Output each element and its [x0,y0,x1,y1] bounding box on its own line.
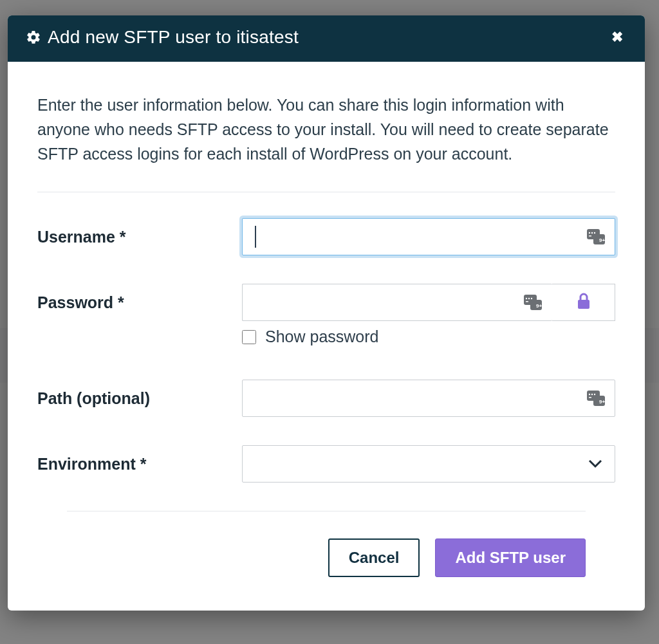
form-row-environment: Environment * [37,445,615,483]
password-label: Password * [37,293,242,312]
svg-point-4 [594,232,595,234]
close-icon[interactable]: ✖ [608,28,627,47]
show-password-row: Show password [242,327,615,346]
svg-rect-14 [578,300,589,309]
svg-point-18 [591,394,593,395]
svg-text:9+: 9+ [599,399,605,405]
svg-point-3 [591,232,593,234]
cancel-button[interactable]: Cancel [328,538,420,577]
modal-footer: Cancel Add SFTP user [67,511,586,611]
generate-password-button[interactable] [552,284,615,321]
password-manager-icon[interactable]: 9+ [524,295,542,310]
svg-rect-20 [589,397,591,398]
form-row-username: Username * 9+ [37,218,615,255]
path-input[interactable] [242,380,615,417]
modal-body: Enter the user information below. You ca… [8,62,645,511]
modal-title: Add new SFTP user to itisatest [48,27,299,48]
svg-rect-12 [526,301,528,302]
show-password-checkbox[interactable] [242,330,256,344]
lock-icon [576,293,591,312]
add-sftp-user-button[interactable]: Add SFTP user [435,538,586,577]
divider [37,192,615,192]
svg-point-2 [589,232,590,234]
svg-point-9 [526,298,527,299]
show-password-label[interactable]: Show password [265,327,378,346]
svg-point-17 [589,394,590,395]
form-row-password: Password * 9+ [37,284,615,321]
svg-text:9+: 9+ [536,303,542,309]
modal-intro-text: Enter the user information below. You ca… [37,93,615,166]
environment-select[interactable] [242,445,615,483]
path-label: Path (optional) [37,389,242,408]
form-row-path: Path (optional) 9+ [37,380,615,417]
modal-header: Add new SFTP user to itisatest ✖ [8,15,645,62]
username-label: Username * [37,228,242,246]
svg-point-19 [594,394,595,395]
svg-point-10 [528,298,530,299]
add-sftp-user-modal: Add new SFTP user to itisatest ✖ Enter t… [8,15,645,611]
gear-icon [26,30,41,45]
environment-label: Environment * [37,455,242,474]
svg-rect-5 [589,235,591,237]
modal-overlay[interactable]: Add new SFTP user to itisatest ✖ Enter t… [0,0,659,644]
username-input[interactable] [242,218,615,255]
password-manager-icon[interactable]: 9+ [587,391,605,406]
svg-point-11 [531,298,532,299]
text-caret [255,226,256,248]
svg-text:9+: 9+ [599,237,605,243]
password-manager-icon[interactable]: 9+ [587,229,605,244]
password-input[interactable] [242,284,552,321]
